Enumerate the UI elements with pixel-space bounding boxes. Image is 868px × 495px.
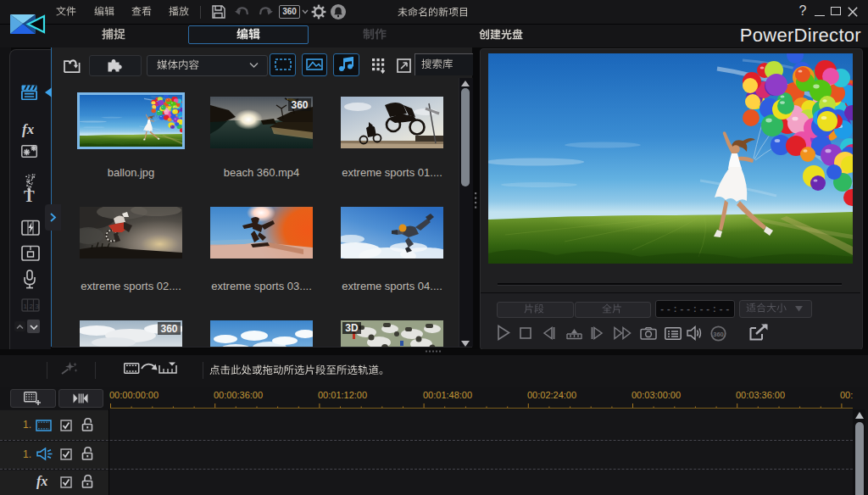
svg-text:2: 2 [30,303,34,310]
svg-text:3: 3 [35,303,39,310]
svg-text:1: 1 [24,303,28,310]
svg-text:360: 360 [713,331,724,338]
svg-text:3D: 3D [345,322,359,334]
svg-text:360: 360 [160,323,177,335]
svg-text:360: 360 [291,99,308,111]
